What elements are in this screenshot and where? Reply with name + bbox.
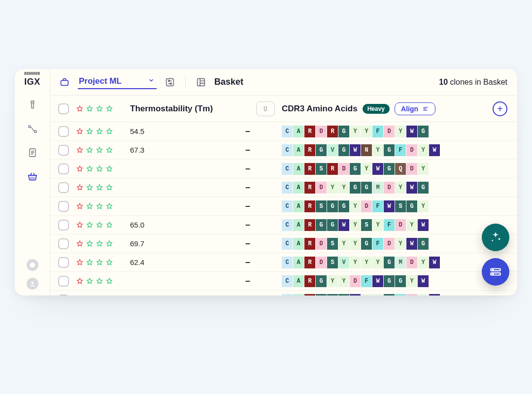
aa-cell: G: [327, 294, 338, 296]
aa-cell: G: [384, 275, 395, 287]
aa-cell: Y: [361, 126, 372, 137]
aa-cell: R: [304, 294, 315, 296]
aa-cell: S: [316, 200, 327, 212]
aa-cell: F: [384, 219, 395, 231]
aa-cell: G: [350, 182, 361, 194]
align-button[interactable]: Align: [395, 102, 435, 115]
aa-cell: C: [282, 257, 293, 268]
sliders-icon[interactable]: [164, 76, 176, 89]
row-checkbox[interactable]: [58, 257, 69, 268]
star-icon: [105, 184, 113, 192]
svg-point-15: [493, 273, 494, 274]
briefcase-icon: [58, 76, 71, 89]
aa-cell: G: [338, 200, 349, 212]
aa-cell: F: [395, 294, 406, 296]
row-stars[interactable]: [76, 240, 123, 248]
select-all-checkbox[interactable]: [58, 103, 69, 114]
nav-graph-icon[interactable]: [25, 122, 40, 136]
star-icon: [96, 221, 103, 229]
add-column-button[interactable]: +: [493, 101, 507, 116]
align-icon: [422, 105, 429, 112]
star-icon: [76, 221, 84, 229]
table-row[interactable]: –CARSGGYDFWSGY: [50, 197, 517, 216]
aa-cell: W: [338, 219, 349, 231]
aa-cell: C: [282, 144, 293, 156]
row-stars[interactable]: [76, 259, 123, 266]
col-thermostability[interactable]: Thermostability (Tm): [130, 104, 238, 114]
row-checkbox[interactable]: [58, 276, 69, 287]
project-selector[interactable]: Project ML: [78, 75, 157, 89]
table-row[interactable]: 69.7–CARDSYYGFDYWG: [50, 234, 517, 253]
row-stars[interactable]: [76, 146, 123, 154]
thermo-filter-input[interactable]: 0: [256, 101, 275, 116]
aa-cell: Y: [350, 257, 361, 268]
row-checkbox[interactable]: [58, 220, 69, 230]
aa-cell: Y: [372, 144, 383, 156]
svg-rect-6: [166, 78, 174, 86]
aa-cell: W: [418, 219, 429, 231]
nav-doc-icon[interactable]: [25, 145, 40, 160]
table-row[interactable]: 65.0–CARGGWYSYFDYW: [50, 216, 517, 234]
aa-cell: G: [418, 126, 429, 137]
svg-point-7: [168, 80, 170, 81]
star-icon: [96, 240, 103, 248]
table-row[interactable]: –CARGYYDFWGGYW: [50, 272, 517, 291]
row-checkbox[interactable]: [58, 201, 69, 212]
row-stars[interactable]: [76, 202, 123, 210]
aa-cell: A: [293, 200, 304, 212]
row-checkbox[interactable]: [58, 126, 69, 137]
row-checkbox[interactable]: [58, 145, 69, 156]
star-icon: [76, 184, 84, 192]
table-row[interactable]: 54.5–CARDRGYYFDYWG: [50, 122, 517, 141]
chat-icon[interactable]: [27, 259, 38, 271]
cdr3-sequence: CARDYYGGMDYWG: [282, 182, 429, 194]
table-row[interactable]: –CARSRDGYWGQDY: [50, 160, 517, 178]
table-row[interactable]: 67.3–CARGVGWNYGFDYW: [50, 141, 517, 160]
table-row[interactable]: –CARDYYGGMDYWG: [50, 178, 517, 197]
row-stars[interactable]: [76, 165, 123, 173]
aa-cell: R: [304, 182, 315, 194]
aa-cell: M: [372, 182, 383, 194]
col-cdr3[interactable]: CDR3 Amino Acids Heavy Align: [282, 102, 435, 115]
aa-cell: G: [316, 275, 327, 287]
aa-cell: G: [316, 219, 327, 231]
divider: [185, 76, 186, 89]
aa-cell: Y: [418, 257, 429, 268]
row-stars[interactable]: [76, 277, 123, 285]
layout-icon[interactable]: [195, 76, 207, 89]
aa-cell: Y: [418, 144, 429, 156]
aa-cell: R: [304, 257, 315, 268]
star-icon: [96, 184, 103, 192]
row-stars[interactable]: [76, 128, 123, 135]
row-checkbox[interactable]: [58, 182, 69, 193]
aa-cell: R: [327, 163, 338, 175]
aa-cell: F: [372, 238, 383, 250]
row-stars[interactable]: [76, 221, 123, 229]
star-icon: [76, 240, 84, 248]
placeholder-cell: –: [245, 295, 275, 296]
row-checkbox[interactable]: [58, 295, 69, 296]
avatar[interactable]: [27, 278, 38, 290]
aa-cell: D: [384, 126, 395, 137]
svg-point-14: [493, 269, 494, 270]
placeholder-cell: –: [245, 126, 275, 136]
nav-vial-icon[interactable]: [25, 98, 40, 113]
aa-cell: S: [316, 163, 327, 175]
nav-basket-icon[interactable]: [25, 169, 40, 184]
row-checkbox[interactable]: [58, 164, 69, 174]
table-row[interactable]: 62.4–CARDSVYYYGMDYW: [50, 253, 517, 272]
star-filter[interactable]: [76, 105, 123, 113]
chevron-down-icon: [148, 76, 155, 86]
row-stars[interactable]: [76, 184, 123, 192]
table-row[interactable]: 64.8–CARSGSWYYGFDYW: [50, 291, 517, 296]
cdr3-sequence: CARDSYYGFDYWG: [282, 238, 429, 250]
aa-cell: D: [338, 163, 349, 175]
aa-cell: Y: [395, 182, 406, 194]
fab-data-button[interactable]: [482, 258, 509, 286]
fab-ai-button[interactable]: [482, 224, 509, 251]
aa-cell: C: [282, 126, 293, 137]
row-checkbox[interactable]: [58, 238, 69, 249]
main-panel: Project ML Basket 10 clones in Basket: [50, 69, 517, 296]
aa-cell: G: [338, 126, 349, 137]
aa-cell: D: [361, 200, 372, 212]
